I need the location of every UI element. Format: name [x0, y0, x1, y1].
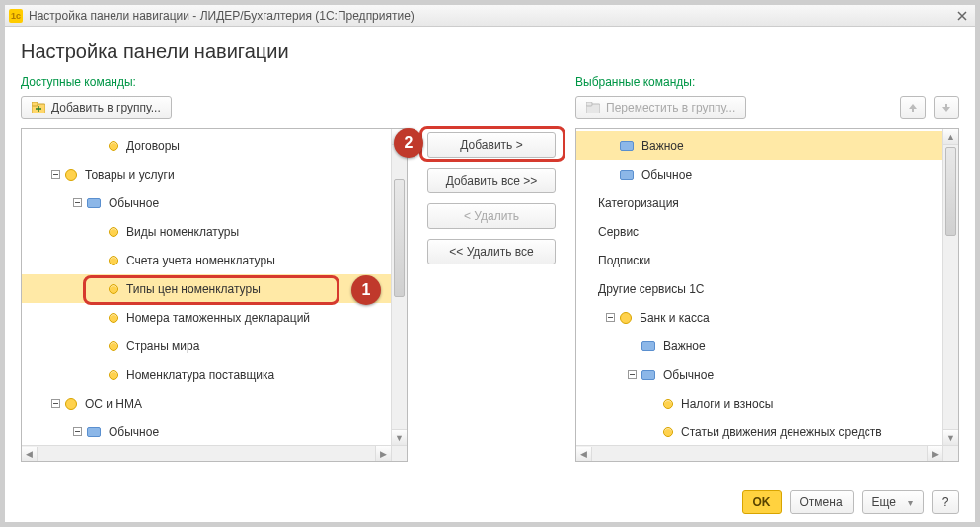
- tree-row-label: Номенклатура поставщика: [126, 368, 274, 382]
- close-button[interactable]: [953, 8, 971, 24]
- cancel-button[interactable]: Отмена: [790, 490, 854, 514]
- tree-row[interactable]: ОС и НМА: [22, 389, 391, 417]
- tree-row[interactable]: Категоризация: [576, 188, 942, 217]
- titlebar: 1c Настройка панели навигации - ЛИДЕР/Бу…: [5, 5, 975, 27]
- tree-row[interactable]: Номенклатура поставщика: [22, 360, 391, 389]
- collapse-icon[interactable]: [49, 398, 61, 410]
- scrollbar-horizontal[interactable]: ◀ ▶: [576, 445, 942, 461]
- add-button[interactable]: Добавить >: [427, 132, 556, 158]
- tree-row-label: Договоры: [126, 139, 180, 153]
- close-icon: [957, 11, 967, 21]
- scroll-down-icon[interactable]: ▼: [392, 429, 407, 445]
- tree-row[interactable]: Важное: [576, 131, 942, 160]
- annotation-badge-2: 2: [394, 128, 423, 158]
- scrollbar-vertical[interactable]: ▲ ▼: [391, 129, 407, 445]
- tree-row-label: Статьи движения денежных средств: [681, 425, 882, 439]
- tree-row[interactable]: Товары и услуги: [22, 160, 391, 188]
- add-to-group-button[interactable]: Добавить в группу...: [21, 96, 172, 119]
- folder-move-icon: [586, 102, 600, 113]
- tree-row[interactable]: Номера таможенных деклараций: [22, 303, 391, 332]
- scroll-left-icon[interactable]: ◀: [576, 447, 592, 462]
- help-button[interactable]: ?: [932, 490, 959, 514]
- folder-blue-icon: [641, 341, 655, 351]
- add-all-button[interactable]: Добавить все >>: [427, 168, 556, 193]
- selected-label: Выбранные команды:: [575, 75, 959, 89]
- scroll-right-icon[interactable]: ▶: [927, 446, 942, 461]
- tree-row-label: Товары и услуги: [85, 168, 175, 182]
- tree-row[interactable]: Обычное: [22, 188, 391, 217]
- move-to-group-label: Переместить в группу...: [606, 101, 735, 114]
- remove-all-button[interactable]: << Удалить все: [427, 239, 556, 264]
- folder-blue-icon: [87, 198, 101, 208]
- app-logo-icon: 1c: [9, 9, 23, 23]
- tree-row-label: Сервис: [598, 225, 639, 239]
- folder-add-icon: [32, 102, 45, 113]
- tree-row-label: ОС и НМА: [85, 397, 142, 411]
- tree-row-label: Счета учета номенклатуры: [126, 254, 275, 267]
- tree-row[interactable]: Типы цен номенклатуры: [22, 274, 391, 303]
- page-title: Настройка панели навигации: [21, 40, 959, 63]
- tree-row[interactable]: Обычное: [22, 417, 391, 446]
- more-button[interactable]: Еще: [862, 490, 924, 514]
- annotation-badge-1: 1: [351, 275, 381, 305]
- folder-yellow-icon: [620, 312, 632, 324]
- add-to-group-label: Добавить в группу...: [51, 101, 161, 114]
- tree-row[interactable]: Налоги и взносы: [576, 389, 942, 417]
- arrow-down-icon: [942, 103, 951, 113]
- tree-row-label: Банк и касса: [640, 311, 710, 325]
- collapse-icon[interactable]: [604, 312, 616, 324]
- move-down-button[interactable]: [934, 96, 959, 119]
- remove-button[interactable]: < Удалить: [427, 203, 556, 229]
- scroll-left-icon[interactable]: ◀: [22, 447, 38, 462]
- tree-row-label: Важное: [663, 339, 706, 353]
- tree-row-label: Обычное: [641, 168, 692, 182]
- tree-row[interactable]: Банк и касса: [576, 303, 942, 332]
- available-label: Доступные команды:: [21, 75, 408, 89]
- tree-row[interactable]: Сервис: [576, 217, 942, 246]
- tree-row[interactable]: Обычное: [576, 160, 942, 188]
- tree-row-label: Обычное: [109, 196, 159, 210]
- tree-row[interactable]: Подписки: [576, 246, 942, 274]
- tree-row[interactable]: Договоры: [22, 131, 391, 160]
- scrollbar-corner: [942, 445, 958, 461]
- collapse-icon[interactable]: [71, 197, 83, 209]
- scrollbar-horizontal[interactable]: ◀ ▶: [22, 445, 391, 461]
- scrollbar-vertical[interactable]: ▲ ▼: [942, 129, 958, 445]
- scrollbar-thumb[interactable]: [945, 147, 956, 236]
- tree-row-label: Подписки: [598, 254, 650, 267]
- tree-row[interactable]: Обычное: [576, 360, 942, 389]
- scrollbar-thumb[interactable]: [394, 179, 405, 297]
- bullet-icon: [663, 427, 673, 437]
- tree-row[interactable]: Другие сервисы 1С: [576, 274, 942, 303]
- bullet-icon: [109, 341, 118, 351]
- tree-row-label: Налоги и взносы: [681, 397, 773, 411]
- move-up-button[interactable]: [900, 96, 926, 119]
- folder-blue-icon: [620, 141, 634, 151]
- bullet-icon: [109, 313, 118, 323]
- bullet-icon: [109, 227, 118, 237]
- selected-tree[interactable]: ВажноеОбычноеКатегоризацияСервисПодписки…: [575, 128, 959, 462]
- scroll-up-icon[interactable]: ▲: [943, 129, 958, 145]
- scroll-down-icon[interactable]: ▼: [943, 429, 958, 445]
- collapse-icon[interactable]: [71, 426, 83, 438]
- tree-row-label: Виды номенклатуры: [126, 225, 239, 239]
- folder-blue-icon: [87, 427, 101, 437]
- scroll-right-icon[interactable]: ▶: [375, 446, 391, 461]
- tree-row-label: Типы цен номенклатуры: [126, 282, 261, 296]
- move-to-group-button[interactable]: Переместить в группу...: [575, 96, 746, 119]
- tree-row-label: Обычное: [663, 368, 714, 382]
- tree-row[interactable]: Важное: [576, 332, 942, 360]
- tree-row-label: Важное: [641, 139, 684, 153]
- bullet-icon: [109, 284, 118, 294]
- collapse-icon[interactable]: [49, 169, 61, 181]
- tree-row[interactable]: Статьи движения денежных средств: [576, 417, 942, 446]
- tree-row[interactable]: Страны мира: [22, 332, 391, 360]
- tree-row[interactable]: Виды номенклатуры: [22, 217, 391, 246]
- available-tree[interactable]: ДоговорыТовары и услугиОбычноеВиды номен…: [21, 128, 408, 462]
- collapse-icon[interactable]: [626, 369, 638, 381]
- tree-row-label: Другие сервисы 1С: [598, 282, 704, 296]
- folder-blue-icon: [620, 170, 634, 180]
- ok-button[interactable]: OK: [742, 490, 782, 514]
- tree-row[interactable]: Счета учета номенклатуры: [22, 246, 391, 274]
- bullet-icon: [663, 399, 673, 409]
